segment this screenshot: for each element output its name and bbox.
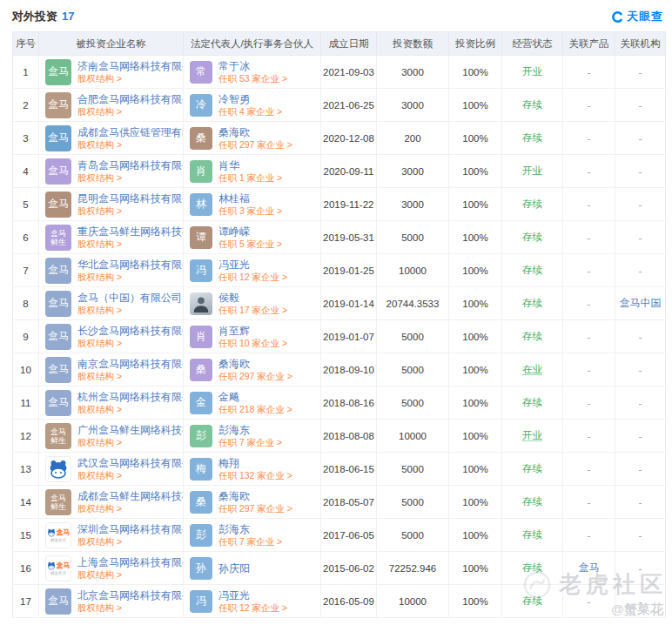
rep-name-link[interactable]: 金飚	[218, 391, 292, 403]
related-product[interactable]: 盒马	[579, 561, 600, 574]
equity-structure-link[interactable]: 股权结构 >	[77, 105, 181, 118]
company-name-link[interactable]: 成都盒马供应链管理有限公司	[77, 126, 181, 138]
rep-name-link[interactable]: 冯亚光	[218, 259, 287, 271]
rep-name-link[interactable]: 冷智勇	[218, 93, 282, 105]
company-name-link[interactable]: 成都盒马鲜生网络科技有限公司	[77, 490, 181, 502]
establish-date: 2019-01-07	[323, 332, 374, 342]
investment-ratio: 100%	[462, 365, 487, 375]
equity-structure-link[interactable]: 股权结构 >	[77, 271, 181, 283]
investment-amount: 5000	[401, 497, 424, 507]
investment-amount: 20744.3533	[386, 299, 440, 309]
rep-name-link[interactable]: 彭海东	[218, 523, 282, 535]
company-name-link[interactable]: 盒马（中国）有限公司	[77, 292, 181, 304]
company-name-link[interactable]: 青岛盒马网络科技有限公司	[77, 159, 181, 171]
hema-hippo-icon	[47, 528, 56, 537]
equity-structure-link[interactable]: 股权结构 >	[77, 436, 181, 448]
equity-structure-link[interactable]: 股权结构 >	[77, 502, 181, 514]
rep-avatar: 肖	[190, 160, 212, 183]
rep-tenure-link[interactable]: 任职 5 家企业 >	[218, 238, 282, 250]
related-org[interactable]: 盒马中国	[620, 297, 662, 309]
equity-structure-link[interactable]: 股权结构 >	[77, 403, 181, 415]
equity-structure-link[interactable]: 股权结构 >	[77, 601, 181, 614]
rep-tenure-link[interactable]: 任职 218 家企业 >	[218, 403, 292, 415]
rep-tenure-link[interactable]: 任职 297 家企业 >	[218, 370, 292, 382]
equity-structure-link[interactable]: 股权结构 >	[77, 337, 181, 349]
equity-structure-link[interactable]: 股权结构 >	[77, 469, 181, 481]
rep-tenure-link[interactable]: 任职 12 家企业 >	[218, 601, 287, 614]
company-name-link[interactable]: 北京盒马网络科技有限公司	[77, 589, 181, 601]
company-name-link[interactable]: 广州盒马鲜生网络科技有限公司	[77, 424, 181, 436]
status-text: 存续	[522, 232, 542, 242]
rep-name-link[interactable]: 桑海欧	[218, 358, 292, 370]
company-name-link[interactable]: 重庆盒马鲜生网络科技有限公司	[77, 225, 181, 238]
status-text: 在业	[522, 364, 542, 374]
table-row: 4 盒马 青岛盒马网络科技有限公司 股权结构 > 肖 肖华 任职 1 家企业 >…	[13, 155, 666, 188]
equity-structure-link[interactable]: 股权结构 >	[77, 568, 181, 581]
rep-tenure-link[interactable]: 任职 4 家企业 >	[218, 105, 282, 118]
company-name-link[interactable]: 合肥盒马网络科技有限公司	[77, 93, 181, 105]
company-name-link[interactable]: 昆明盒马网络科技有限公司	[77, 192, 181, 205]
tianyancha-logo: 天眼查	[611, 9, 663, 24]
rep-tenure-link[interactable]: 任职 17 家企业 >	[218, 304, 287, 316]
company-name-link[interactable]: 上海盒马网络科技有限公司	[77, 556, 181, 568]
equity-structure-link[interactable]: 股权结构 >	[77, 238, 181, 250]
rep-name-link[interactable]: 桑海欧	[218, 126, 292, 138]
company-name-link[interactable]: 武汉盒马网络科技有限公司	[77, 457, 181, 469]
company-logo: 盒马	[45, 192, 71, 218]
rep-name-link[interactable]: 侯毅	[218, 292, 287, 304]
equity-structure-link[interactable]: 股权结构 >	[77, 535, 181, 548]
rep-name-link[interactable]: 孙庆阳	[218, 562, 250, 575]
rep-tenure-link[interactable]: 任职 7 家企业 >	[218, 436, 282, 448]
related-product: -	[588, 398, 591, 408]
related-product: -	[588, 365, 591, 375]
rep-name-link[interactable]: 常于冰	[218, 60, 287, 72]
rep-avatar: 孙	[190, 557, 212, 580]
equity-structure-link[interactable]: 股权结构 >	[77, 304, 181, 316]
external-investment-panel: 对外投资 17 天眼查 序号被投资企业名称法定代表人/执行事务合伙人成立日期投资…	[0, 0, 672, 625]
rep-name-link[interactable]: 肖华	[218, 159, 282, 171]
avatar-line: 鲜生	[50, 502, 66, 511]
equity-structure-link[interactable]: 股权结构 >	[77, 171, 181, 184]
related-product: -	[588, 497, 591, 507]
investment-count-badge: 17	[62, 10, 74, 23]
status-text: 存续	[522, 99, 542, 110]
investment-ratio: 100%	[462, 398, 487, 408]
company-name-link[interactable]: 济南盒马网络科技有限公司	[77, 60, 181, 72]
column-header: 成立日期	[321, 32, 377, 56]
rep-name-link[interactable]: 彭海东	[218, 424, 282, 436]
rep-tenure-link[interactable]: 任职 3 家企业 >	[218, 205, 282, 217]
rep-name-link[interactable]: 桑海欧	[218, 490, 292, 502]
rep-tenure-link[interactable]: 任职 1 家企业 >	[218, 171, 282, 184]
rep-tenure-link[interactable]: 任职 297 家企业 >	[218, 138, 292, 151]
equity-structure-link[interactable]: 股权结构 >	[77, 72, 181, 84]
equity-structure-link[interactable]: 股权结构 >	[77, 205, 181, 217]
equity-structure-link[interactable]: 股权结构 >	[77, 138, 181, 151]
rep-tenure-link[interactable]: 任职 7 家企业 >	[218, 535, 282, 548]
equity-structure-link[interactable]: 股权结构 >	[77, 370, 181, 382]
company-logo: 盒马鲜生	[45, 225, 71, 251]
rep-tenure-link[interactable]: 任职 53 家企业 >	[218, 72, 287, 84]
rep-avatar: 彭	[190, 425, 212, 447]
rep-tenure-link[interactable]: 任职 12 家企业 >	[218, 271, 287, 283]
investment-ratio: 100%	[462, 563, 487, 574]
company-name-link[interactable]: 南京盒马网络科技有限公司	[77, 358, 181, 370]
rep-tenure-link[interactable]: 任职 10 家企业 >	[218, 337, 287, 349]
table-row: 9 盒马 长沙盒马网络科技有限公司 股权结构 > 肖 肖至辉 任职 10 家企业…	[13, 320, 666, 353]
row-number: 5	[23, 199, 28, 210]
company-logo: 盒马鲜美生活	[45, 522, 71, 548]
company-name-link[interactable]: 杭州盒马网络科技有限公司	[77, 391, 181, 403]
status-text: 存续	[522, 198, 542, 209]
investment-amount: 5000	[401, 464, 424, 474]
rep-name-link[interactable]: 肖至辉	[218, 325, 287, 337]
rep-name-link[interactable]: 冯亚光	[218, 589, 287, 601]
rep-tenure-link[interactable]: 任职 297 家企业 >	[218, 502, 292, 514]
company-name-link[interactable]: 长沙盒马网络科技有限公司	[77, 325, 181, 337]
rep-name-link[interactable]: 梅翔	[218, 457, 292, 469]
company-name-link[interactable]: 深圳盒马网络科技有限公司	[77, 523, 181, 535]
rep-tenure-link[interactable]: 任职 132 家企业 >	[218, 469, 292, 481]
rep-name-link[interactable]: 林桂福	[218, 192, 282, 205]
company-name-link[interactable]: 华北盒马网络科技有限公司	[77, 259, 181, 271]
table-row: 13 武汉盒马网络科技有限公司 股权结构 > 梅 梅翔 任职 132 家企业 >	[13, 453, 666, 486]
rep-name-link[interactable]: 谭峥嵘	[218, 225, 282, 238]
investment-ratio: 100%	[462, 596, 487, 607]
